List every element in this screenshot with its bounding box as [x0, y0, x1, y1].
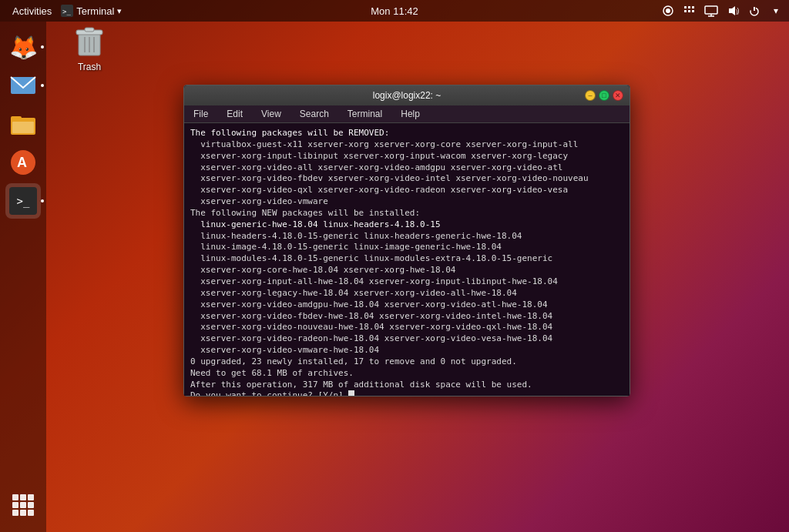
svg-rect-27 — [12, 502, 18, 508]
terminal-content[interactable]: The following packages will be REMOVED: … — [184, 123, 630, 396]
terminal-dock-icon: >_ — [9, 187, 37, 215]
menu-view[interactable]: View — [258, 107, 284, 121]
dock: 🦊 A >_ — [0, 22, 46, 532]
menu-help[interactable]: Help — [398, 107, 423, 121]
terminal-window-title: logix@logix22: ~ — [373, 90, 442, 101]
svg-rect-7 — [684, 10, 687, 12]
svg-rect-20 — [11, 116, 22, 121]
svg-rect-5 — [688, 6, 690, 8]
topbar: Activities >_ Terminal ▾ Mon 11:42 — [0, 0, 789, 22]
minimize-button[interactable]: – — [585, 90, 596, 101]
svg-point-3 — [666, 8, 670, 13]
dock-active-indicator-mail — [41, 84, 44, 87]
svg-rect-6 — [692, 6, 694, 8]
svg-text:A: A — [17, 155, 27, 170]
svg-rect-29 — [28, 502, 34, 508]
terminal-titlebar: logix@logix22: ~ – □ ✕ — [184, 85, 630, 105]
grid-icon — [11, 493, 35, 517]
trash-label: Trash — [78, 62, 101, 72]
svg-rect-10 — [705, 6, 717, 14]
dock-item-files[interactable] — [5, 106, 41, 142]
svg-text:>_: >_ — [62, 8, 71, 15]
svg-rect-21 — [12, 122, 34, 133]
activities-button[interactable]: Activities — [6, 5, 58, 17]
topbar-left: Activities >_ Terminal ▾ — [6, 5, 122, 17]
svg-rect-26 — [28, 494, 34, 500]
mail-icon — [9, 74, 37, 97]
svg-rect-25 — [20, 494, 26, 500]
maximize-button[interactable]: □ — [599, 90, 609, 101]
svg-rect-28 — [20, 502, 26, 508]
menu-search[interactable]: Search — [297, 107, 332, 121]
dock-item-terminal[interactable]: >_ — [5, 183, 41, 219]
software-icon: A — [9, 149, 37, 176]
dock-item-mail[interactable] — [5, 68, 41, 103]
svg-rect-32 — [28, 510, 34, 516]
svg-rect-31 — [20, 510, 26, 516]
menu-terminal[interactable]: Terminal — [344, 107, 385, 121]
record-icon[interactable] — [661, 4, 675, 18]
terminal-window: logix@logix22: ~ – □ ✕ File Edit View Se… — [183, 85, 630, 396]
power-icon[interactable] — [747, 4, 761, 18]
terminal-window-controls: – □ ✕ — [585, 90, 623, 101]
terminal-menubar: File Edit View Search Terminal Help — [184, 105, 630, 123]
dock-active-indicator — [41, 45, 44, 49]
topbar-right: ) ) ▾ — [661, 4, 783, 18]
terminal-topbar-icon: >_ — [61, 5, 73, 17]
svg-text:): ) — [737, 7, 740, 15]
trash-desktop-icon[interactable]: Trash — [59, 22, 120, 72]
dock-active-indicator-terminal — [41, 199, 44, 202]
network-icon[interactable] — [683, 4, 697, 18]
firefox-icon: 🦊 — [9, 34, 38, 61]
menu-edit[interactable]: Edit — [223, 107, 246, 121]
topbar-arrow-icon: ▾ — [117, 6, 122, 16]
svg-rect-24 — [12, 494, 18, 500]
dock-item-grid[interactable] — [5, 487, 41, 523]
close-button[interactable]: ✕ — [613, 90, 623, 101]
dock-item-software[interactable]: A — [5, 145, 41, 180]
svg-rect-8 — [688, 10, 690, 12]
svg-rect-4 — [684, 6, 687, 8]
dock-item-firefox[interactable]: 🦊 — [5, 29, 41, 65]
topbar-arrow-right-icon[interactable]: ▾ — [769, 4, 783, 18]
trash-icon — [71, 22, 108, 59]
menu-file[interactable]: File — [190, 107, 211, 121]
svg-rect-35 — [85, 28, 94, 32]
svg-rect-30 — [12, 510, 18, 516]
topbar-app-label[interactable]: Terminal — [76, 5, 114, 17]
svg-rect-9 — [692, 10, 694, 12]
files-icon — [9, 112, 37, 136]
topbar-clock: Mon 11:42 — [371, 5, 418, 17]
svg-marker-13 — [729, 6, 735, 15]
display-icon[interactable] — [704, 4, 718, 18]
volume-icon[interactable]: ) ) — [726, 4, 740, 18]
